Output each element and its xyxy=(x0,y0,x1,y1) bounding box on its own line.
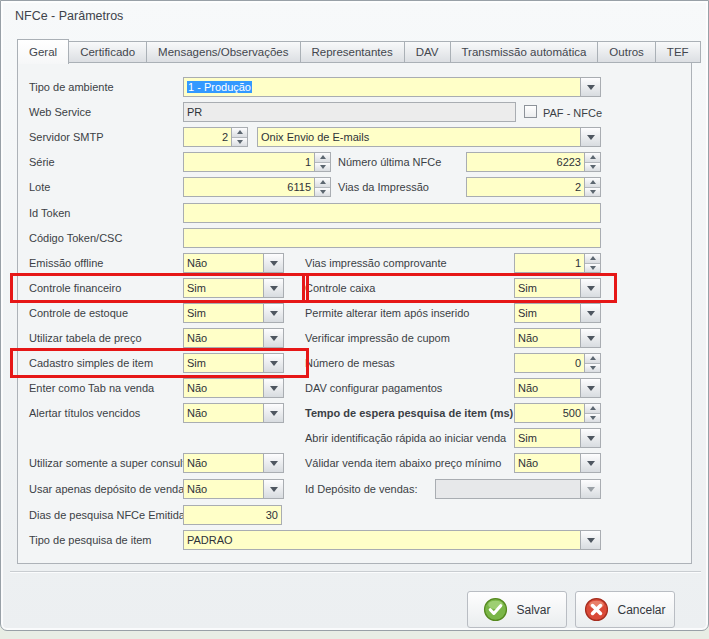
chevron-down-icon[interactable] xyxy=(580,429,600,447)
controle-caixa-select[interactable]: Sim xyxy=(514,278,601,298)
tempo-espera-pesquisa-spinner[interactable]: 500 xyxy=(514,403,601,423)
numero-ultima-nfce-value: 6223 xyxy=(467,153,584,171)
chevron-down-icon[interactable] xyxy=(580,279,600,297)
chevron-down-icon[interactable] xyxy=(263,354,283,372)
numero-ultima-nfce-label: Número última NFCe xyxy=(338,155,441,169)
chevron-down-icon[interactable] xyxy=(580,78,600,96)
validar-venda-abaixo-minimo-select[interactable]: Não xyxy=(514,453,601,473)
caret-up-icon[interactable] xyxy=(315,153,330,162)
dias-pesquisa-nfce-value: 30 xyxy=(184,506,281,524)
chevron-down-icon[interactable] xyxy=(263,454,283,472)
usar-deposito-vendas-value: Não xyxy=(184,480,263,498)
serie-spinner[interactable]: 1 xyxy=(183,152,331,172)
caret-down-icon[interactable] xyxy=(315,162,330,172)
tab-certificado[interactable]: Certificado xyxy=(69,41,147,63)
dias-pesquisa-nfce-input[interactable]: 30 xyxy=(183,505,282,525)
caret-up-icon[interactable] xyxy=(585,354,600,363)
caret-down-icon[interactable] xyxy=(585,413,600,423)
tab-outros[interactable]: Outros xyxy=(598,41,656,63)
cancel-button[interactable]: Cancelar xyxy=(575,591,675,628)
tab-mensagens-observacoes[interactable]: Mensagens/Observações xyxy=(147,41,300,63)
vias-impressao-label: Vias da Impressão xyxy=(338,180,429,194)
validar-venda-abaixo-minimo-label: Válidar venda item abaixo preço mínimo xyxy=(305,456,501,470)
controle-financeiro-select[interactable]: Sim xyxy=(183,278,284,298)
chevron-down-icon[interactable] xyxy=(580,531,600,549)
caret-down-icon[interactable] xyxy=(585,162,600,172)
button-panel-separator xyxy=(10,571,701,573)
cancel-circle-icon xyxy=(584,597,609,622)
chevron-down-icon[interactable] xyxy=(263,304,283,322)
caret-down-icon[interactable] xyxy=(232,137,247,147)
tipo-ambiente-select[interactable]: 1 - Produção xyxy=(183,77,601,97)
caret-up-icon[interactable] xyxy=(585,153,600,162)
caret-up-icon[interactable] xyxy=(585,404,600,413)
caret-up-icon[interactable] xyxy=(585,254,600,263)
caret-up-icon[interactable] xyxy=(585,178,600,187)
tab-tef[interactable]: TEF xyxy=(656,41,701,63)
paf-nfce-checkbox[interactable] xyxy=(524,105,537,118)
numero-mesas-spinner[interactable]: 0 xyxy=(514,353,601,373)
utilizar-tabela-preco-label: Utilizar tabela de preço xyxy=(29,331,142,345)
chevron-down-icon[interactable] xyxy=(263,254,283,272)
emissao-offline-select[interactable]: Não xyxy=(183,253,284,273)
chevron-down-icon[interactable] xyxy=(580,379,600,397)
tempo-espera-pesquisa-label: Tempo de espera pesquisa de item (ms) xyxy=(305,406,513,420)
id-token-value xyxy=(184,204,600,222)
chevron-down-icon[interactable] xyxy=(580,304,600,322)
abrir-identificacao-rapida-select[interactable]: Sim xyxy=(514,428,601,448)
controle-estoque-select[interactable]: Sim xyxy=(183,303,284,323)
verificar-impressao-cupom-label: Verificar impressão de cupom xyxy=(305,331,450,345)
vias-impressao-spinner[interactable]: 2 xyxy=(466,177,601,197)
caret-up-icon[interactable] xyxy=(232,128,247,137)
tab-geral[interactable]: Geral xyxy=(17,39,69,64)
dav-configurar-pagamentos-label: DAV configurar pagamentos xyxy=(305,381,442,395)
verificar-impressao-cupom-select[interactable]: Não xyxy=(514,328,601,348)
tab-transmissao-automatica[interactable]: Transmissão automática xyxy=(451,41,599,63)
chevron-down-icon[interactable] xyxy=(263,329,283,347)
caret-down-icon[interactable] xyxy=(585,187,600,197)
usar-deposito-vendas-label: Usar apenas depósito de vendas xyxy=(29,482,190,496)
caret-down-icon[interactable] xyxy=(315,187,330,197)
chevron-down-icon[interactable] xyxy=(263,404,283,422)
permite-alterar-item-select[interactable]: Sim xyxy=(514,303,601,323)
caret-down-icon[interactable] xyxy=(585,263,600,273)
dav-configurar-pagamentos-select[interactable]: Não xyxy=(514,378,601,398)
chevron-down-icon[interactable] xyxy=(580,454,600,472)
lote-spinner[interactable]: 6115 xyxy=(183,177,331,197)
tipo-pesquisa-item-select[interactable]: PADRAO xyxy=(183,530,601,550)
spinner-buttons xyxy=(584,354,600,372)
cadastro-simples-item-select[interactable]: Sim xyxy=(183,353,284,373)
codigo-token-csc-input[interactable] xyxy=(183,228,601,248)
tipo-ambiente-value: 1 - Produção xyxy=(184,78,580,96)
chevron-down-icon[interactable] xyxy=(580,329,600,347)
lote-label: Lote xyxy=(29,180,50,194)
utilizar-tabela-preco-select[interactable]: Não xyxy=(183,328,284,348)
utilizar-super-consulta-select[interactable]: Não xyxy=(183,453,284,473)
servidor-smtp-select[interactable]: Onix Envio de E-mails xyxy=(257,127,601,147)
enter-como-tab-value: Não xyxy=(184,379,263,397)
lote-value: 6115 xyxy=(184,178,314,196)
nfce-parametros-dialog: NFCe - Parâmetros Geral Certificado Mens… xyxy=(0,0,709,631)
utilizar-tabela-preco-value: Não xyxy=(184,329,263,347)
caret-up-icon[interactable] xyxy=(315,178,330,187)
vias-impressao-comprovante-spinner[interactable]: 1 xyxy=(514,253,601,273)
tab-dav[interactable]: DAV xyxy=(405,41,451,63)
alertar-titulos-vencidos-select[interactable]: Não xyxy=(183,403,284,423)
save-button[interactable]: Salvar xyxy=(467,591,567,628)
id-token-input[interactable] xyxy=(183,203,601,223)
chevron-down-icon[interactable] xyxy=(580,128,600,146)
chevron-down-icon[interactable] xyxy=(263,279,283,297)
enter-como-tab-select[interactable]: Não xyxy=(183,378,284,398)
chevron-down-icon[interactable] xyxy=(263,379,283,397)
numero-ultima-nfce-spinner[interactable]: 6223 xyxy=(466,152,601,172)
utilizar-super-consulta-value: Não xyxy=(184,454,263,472)
chevron-down-icon[interactable] xyxy=(263,480,283,498)
enter-como-tab-label: Enter como Tab na venda xyxy=(29,381,154,395)
tab-representantes[interactable]: Representantes xyxy=(301,41,405,63)
tab-strip: Geral Certificado Mensagens/Observações … xyxy=(17,38,701,63)
caret-down-icon[interactable] xyxy=(585,363,600,373)
usar-deposito-vendas-select[interactable]: Não xyxy=(183,479,284,499)
controle-caixa-value: Sim xyxy=(515,279,580,297)
web-service-input[interactable]: PR xyxy=(183,102,516,122)
servidor-smtp-spinner[interactable]: 2 xyxy=(183,127,248,147)
